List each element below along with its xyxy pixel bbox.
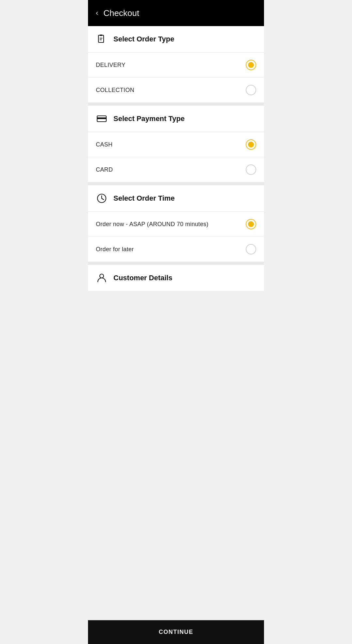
order-time-section-header: Select Order Time [88,185,264,211]
separator-2 [88,182,264,185]
delivery-label: DELIVERY [96,62,125,69]
svg-line-8 [102,198,104,200]
payment-type-section-header: Select Payment Type [88,106,264,132]
collection-radio[interactable] [246,85,256,95]
asap-label: Order now - ASAP (AROUND 70 minutes) [96,221,209,228]
delivery-radio[interactable] [246,60,256,70]
asap-radio[interactable] [246,219,256,229]
card-label: CARD [96,166,113,173]
collection-option[interactable]: COLLECTION [88,77,264,102]
cash-option[interactable]: CASH [88,132,264,157]
card-option[interactable]: CARD [88,157,264,182]
svg-rect-1 [100,35,102,36]
cash-radio[interactable] [246,139,256,150]
separator-3 [88,262,264,265]
svg-point-9 [100,274,104,278]
order-type-title: Select Order Type [113,35,174,43]
customer-details-section: Customer Details [88,265,264,291]
person-icon [96,272,108,284]
asap-option[interactable]: Order now - ASAP (AROUND 70 minutes) [88,211,264,237]
collection-label: COLLECTION [96,87,134,94]
payment-type-title: Select Payment Type [113,115,184,123]
payment-icon [96,113,108,125]
svg-rect-5 [97,117,106,119]
order-type-section-header: Select Order Type [88,26,264,52]
customer-details-title: Customer Details [113,274,172,282]
back-button[interactable]: ‹ [96,9,98,17]
order-time-title: Select Order Time [113,194,175,203]
page-title: Checkout [103,8,139,18]
clock-icon [96,192,108,204]
later-option[interactable]: Order for later [88,237,264,262]
separator-1 [88,102,264,106]
card-radio[interactable] [246,164,256,175]
later-label: Order for later [96,246,134,253]
later-radio[interactable] [246,244,256,254]
delivery-option[interactable]: DELIVERY [88,52,264,77]
svg-rect-0 [98,35,104,42]
order-type-icon [96,33,108,45]
cash-label: CASH [96,141,112,148]
header: ‹ Checkout [88,0,264,26]
